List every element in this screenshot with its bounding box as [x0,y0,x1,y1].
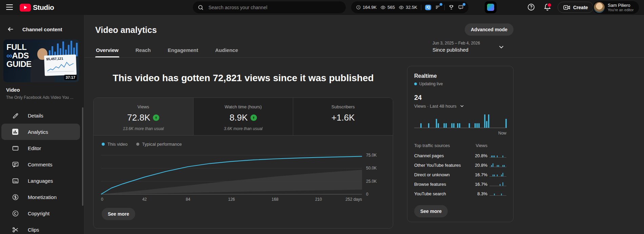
channel-stat-1: 565 [380,5,395,10]
metric-note: 3.6K more than usual [194,126,293,131]
sidebar-item-clips[interactable]: Clips [1,221,80,234]
realtime-see-more-button[interactable]: See more [414,205,448,217]
advanced-mode-button[interactable]: Advanced mode [465,23,514,36]
traffic-row: Other YouTube features20.8% [414,160,506,170]
sidebar-item-details[interactable]: Details [1,107,80,124]
tab-reach[interactable]: Reach [135,47,152,57]
metric-value: 8.9K [229,112,248,123]
tab-engagement[interactable]: Engagement [167,47,199,57]
traffic-source: Browse features [414,182,470,187]
hamburger-menu-icon[interactable] [6,4,13,11]
create-label: Create [573,5,588,10]
iq-icon[interactable]: IQ [425,5,431,10]
page-title: Video analytics [95,25,157,35]
editor-icon [12,144,19,152]
svg-text:75.0K: 75.0K [366,153,377,158]
back-row: Channel content [0,23,84,35]
badge-dot [463,3,465,6]
metric-tabs: Views72.8K13.6K more than usualWatch tim… [94,98,393,136]
video-thumbnail[interactable]: FULL ∞ADS GUIDE $5,457,121 37:17 [3,39,79,82]
svg-text:0: 0 [366,192,368,197]
subtitles-icon [12,177,19,184]
views-line-chart[interactable]: 025.0K50.0K75.0K04284126168210252 days [94,147,392,205]
metric-tab-subscribers[interactable]: Subscribers+1.6K [293,98,393,135]
extension-logo [487,4,494,11]
search-input[interactable] [208,4,331,11]
sidebar-item-languages[interactable]: Languages [1,173,80,189]
realtime-card: Realtime Updating live 24 Views · Last 4… [407,66,514,222]
sidebar-item-copyright[interactable]: Copyright [1,205,80,221]
video-kind-label: Video [6,87,80,93]
metric-tab-views[interactable]: Views72.8K13.6K more than usual [94,98,193,135]
youtube-studio-logo[interactable]: Studio [20,3,54,12]
traffic-percent: 8.3% [470,191,487,196]
topbar: Studio 164.9K56532.5KIQ Create Sam Pilie… [0,0,644,15]
sidebar-item-label: Comments [28,162,53,167]
realtime-title: Realtime [414,73,506,79]
extension-icon[interactable] [485,1,497,13]
svg-text:84: 84 [186,197,190,202]
sidebar-scrollbar[interactable] [82,107,83,206]
sidebar-item-editor[interactable]: Editor [1,140,80,156]
thumbnail-laptop-screen: $5,457,121 [44,54,77,76]
clock-icon [356,5,361,10]
sidebar-item-monetization[interactable]: Monetization [1,189,80,205]
comment-icon [12,161,19,168]
svg-text:25.0K: 25.0K [366,179,377,184]
traffic-row: Channel pages20.8% [414,151,506,160]
tab-overview[interactable]: Overview [95,47,119,57]
trend-up-icon [250,114,257,121]
see-more-button[interactable]: See more [102,208,135,220]
lines-icon[interactable] [435,4,441,10]
video-duration-badge: 37:17 [64,75,77,80]
channel-stat-0: 164.9K [356,5,377,10]
notifications-button[interactable] [542,2,552,12]
svg-text:0: 0 [101,197,103,202]
legend-item: Typical performance [136,142,182,147]
traffic-sparkline [489,153,506,158]
realtime-views-selector[interactable]: Views · Last 48 hours [414,103,506,109]
date-range-picker[interactable]: Jun 3, 2025 – Feb 4, 2026 Since publishe… [432,41,505,53]
svg-text:126: 126 [228,197,235,202]
metric-tab-watch-time-hours-[interactable]: Watch time (hours)8.9K3.6K more than usu… [193,98,293,135]
svg-text:168: 168 [271,197,278,202]
tab-audience[interactable]: Audience [215,47,239,57]
traffic-sparkline [489,172,506,177]
trophy-icon[interactable] [448,4,454,10]
traffic-source: YouTube search [414,191,470,196]
thumbnail-title-text: FULL ∞ADS GUIDE [6,43,32,68]
channel-stats-bar[interactable]: 164.9K56532.5KIQ [351,1,468,13]
metric-label: Watch time (hours) [194,104,293,109]
help-button[interactable] [526,2,536,12]
sidebar-item-label: Copyright [28,211,49,216]
badge-dot [440,3,442,6]
chart-legend: This videoTypical performance [94,136,393,147]
video-name: The Only Facebook Ads Video You ... [6,95,80,100]
sidebar-item-label: Monetization [28,194,57,200]
thumbnail-chart-bars [49,41,78,56]
chat-icon[interactable] [458,4,464,10]
create-button[interactable]: Create [558,2,593,13]
traffic-row: Browse features16.7% [414,179,506,189]
traffic-row: YouTube search8.3% [414,189,506,198]
search-icon [198,4,204,11]
account-menu[interactable]: Sam Piliero You're an editor [593,1,639,14]
trend-up-icon [153,114,159,121]
realtime-views-value: 24 [414,94,506,102]
video-meta: Video The Only Facebook Ads Video You ..… [6,87,80,100]
traffic-source: Direct or unknown [414,172,470,177]
traffic-table: Channel pages20.8%Other YouTube features… [414,151,506,198]
sidebar-item-analytics[interactable]: Analytics [1,124,80,140]
scissors-icon [12,226,19,233]
sidebar-item-comments[interactable]: Comments [1,156,80,173]
sidebar-item-label: Editor [28,145,41,151]
sidebar-menu: DetailsAnalyticsEditorCommentsLanguagesM… [0,107,84,234]
eye-icon [399,5,404,10]
studio-wordmark: Studio [33,3,54,12]
now-label: Now [414,131,506,136]
analytics-icon [12,128,19,136]
search-bar[interactable] [193,1,346,13]
updating-live-row: Updating live [414,82,506,86]
svg-text:252 days: 252 days [345,197,362,202]
back-arrow-icon[interactable] [7,25,14,33]
